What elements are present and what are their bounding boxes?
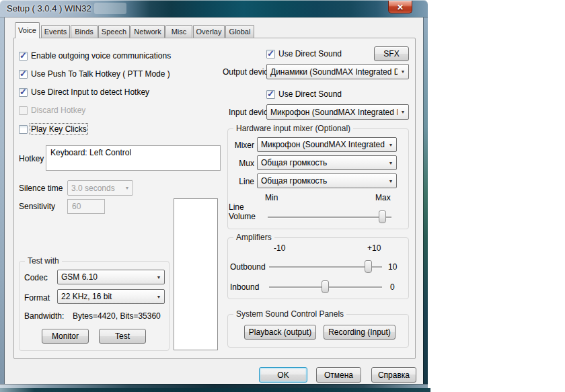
amp-scale-max: +10 (367, 243, 381, 253)
input-device-label: Input device (229, 108, 272, 117)
slider-thumb[interactable] (365, 260, 372, 273)
input-device-select[interactable]: Микрофон (SoundMAX Integrated Digit ▼ (266, 104, 409, 120)
checkbox-input-direct-sound[interactable]: ✓ Use Direct Sound (266, 89, 342, 99)
silence-time-label: Silence time (19, 184, 63, 193)
setup-dialog: Setup ( 3.0.4 ) WIN32 ✕ Voice Events Bin… (0, 0, 428, 388)
vu-meter (174, 198, 218, 350)
line-volume-label: Line Volume (229, 202, 261, 221)
tab-overlay[interactable]: Overlay (193, 25, 225, 38)
bandwidth-label: Bandwidth: (24, 311, 64, 321)
checkbox-push-to-talk[interactable]: ✓ Use Push To Talk Hotkey ( PTT Mode ) (19, 69, 170, 79)
title-bar[interactable]: Setup ( 3.0.4 ) WIN32 ✕ (0, 0, 428, 17)
checkbox-direct-input-hotkey[interactable]: ✓ Use Direct Input to detect Hotkey (19, 87, 149, 97)
mux-select[interactable]: Общая громкость ▼ (257, 155, 397, 170)
help-button[interactable]: Справка (371, 367, 416, 383)
checkbox-icon: ✓ (266, 90, 275, 99)
playback-output-button[interactable]: Playback (output) (244, 325, 316, 340)
checkbox-icon (19, 125, 28, 134)
slider-thumb[interactable] (379, 210, 386, 223)
checkbox-icon: ✓ (19, 88, 28, 97)
checkbox-discard-hotkey: Discard Hotkey (19, 106, 85, 115)
sensitivity-label: Sensitivity (19, 202, 55, 211)
format-label: Format (24, 293, 50, 303)
min-label: Min (265, 193, 278, 202)
codec-label: Codec (24, 273, 48, 282)
close-button[interactable]: ✕ (388, 1, 412, 13)
output-device-select[interactable]: Динамики (SoundMAX Integrated Digit ▼ (266, 64, 409, 79)
inbound-label: Inbound (230, 282, 259, 292)
checkbox-output-direct-sound[interactable]: ✓ Use Direct Sound (266, 49, 342, 58)
slider-thumb[interactable] (322, 280, 329, 293)
bandwidth-value: Bytes=4420, Bits=35360 (73, 311, 161, 321)
tab-speech[interactable]: Speech (98, 25, 130, 38)
test-button[interactable]: Test (99, 329, 146, 344)
output-device-label: Output device (223, 67, 272, 77)
chevron-down-icon: ▼ (398, 110, 408, 114)
tab-voice[interactable]: Voice (15, 22, 40, 38)
max-label: Max (375, 193, 391, 202)
hotkey-field[interactable]: Keyboard: Left Control (46, 145, 221, 171)
line-volume-slider[interactable] (268, 210, 391, 224)
line-label: Line (227, 177, 254, 186)
inbound-value: 0 (390, 282, 395, 292)
ok-button[interactable]: OK (259, 367, 307, 383)
chevron-down-icon: ▼ (385, 143, 396, 147)
checkbox-icon (19, 106, 28, 115)
tab-global[interactable]: Global (225, 25, 254, 38)
codec-select[interactable]: GSM 6.10 ▼ (57, 270, 165, 284)
amplifiers-title: Amplifiers (233, 233, 274, 242)
chevron-down-icon: ▼ (385, 161, 396, 165)
sensitivity-field: 60 (67, 199, 105, 214)
tab-misc[interactable]: Misc (165, 25, 192, 38)
checkbox-play-key-clicks[interactable]: Play Key Clicks (19, 124, 87, 134)
mixer-select[interactable]: Микрофон (SoundMAX Integrated D ▼ (257, 137, 397, 152)
sfx-button[interactable]: SFX (374, 46, 409, 61)
recording-input-button[interactable]: Recording (Input) (324, 325, 396, 340)
chevron-down-icon: ▼ (153, 275, 164, 280)
cancel-button[interactable]: Отмена (316, 367, 361, 383)
chevron-down-icon: ▼ (398, 69, 408, 74)
chevron-down-icon: ▼ (122, 186, 133, 190)
system-panels-title: System Sound Control Panels (233, 309, 346, 319)
mixer-label: Mixer (227, 141, 254, 150)
slider-track (268, 217, 391, 218)
desktop-background-strip (0, 388, 430, 392)
tab-network[interactable]: Network (130, 25, 165, 38)
checkbox-icon: ✓ (266, 50, 275, 58)
silence-time-select: 3.0 seconds ▼ (67, 180, 133, 196)
hotkey-label: Hotkey (19, 154, 44, 163)
window-title: Setup ( 3.0.4 ) WIN32 (7, 3, 91, 13)
outbound-label: Outbound (230, 262, 266, 272)
test-with-title: Test with (25, 256, 62, 266)
format-select[interactable]: 22 KHz, 16 bit ▼ (57, 289, 165, 304)
hardware-mixer-title: Hardware input mixer (Optional) (233, 124, 353, 133)
inbound-slider[interactable] (269, 280, 382, 294)
mux-label: Mux (227, 159, 254, 168)
window-border-right (423, 17, 428, 384)
outbound-slider[interactable] (269, 260, 382, 274)
chevron-down-icon: ▼ (153, 295, 164, 299)
outbound-value: 10 (388, 262, 397, 272)
monitor-button[interactable]: Monitor (42, 329, 89, 344)
amp-scale-min: -10 (274, 243, 285, 253)
tab-binds[interactable]: Binds (71, 25, 98, 38)
close-icon: ✕ (397, 3, 404, 12)
titlebar-glass-highlight (94, 3, 126, 14)
chevron-down-icon: ▼ (385, 179, 396, 184)
checkbox-icon: ✓ (19, 70, 28, 79)
line-select[interactable]: Общая громкость ▼ (257, 173, 397, 188)
window-border-left (0, 17, 5, 384)
tab-events[interactable]: Events (41, 25, 70, 38)
checkbox-enable-outgoing-voice[interactable]: ✓ Enable outgoing voice communications (19, 51, 171, 61)
checkbox-icon: ✓ (19, 52, 28, 61)
